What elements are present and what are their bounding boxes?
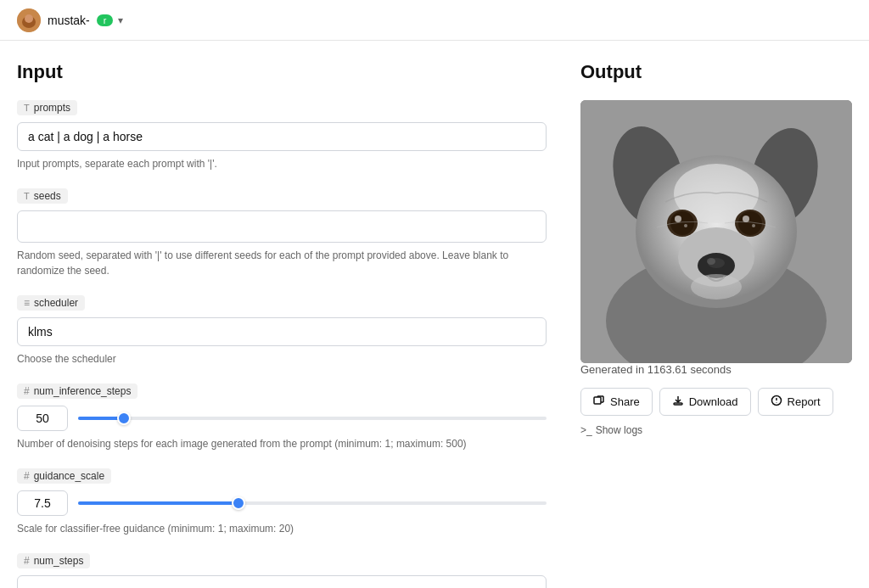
guidance-scale-hint: Scale for classifier-free guidance (mini… xyxy=(17,521,547,536)
generated-time: Generated in 1163.61 seconds xyxy=(580,363,852,376)
chevron-down-icon: ▾ xyxy=(118,14,123,26)
num-inference-steps-value[interactable] xyxy=(17,406,68,431)
header: mustak- r ▾ xyxy=(0,0,869,41)
output-section: Output xyxy=(580,61,852,588)
user-badge: r xyxy=(97,14,114,26)
guidance-scale-slider-wrapper xyxy=(78,495,547,512)
guidance-scale-field-group: # guidance_scale Scale for classifier-fr… xyxy=(17,468,547,536)
guidance-scale-value[interactable] xyxy=(17,490,68,516)
scheduler-label: ≡ scheduler xyxy=(17,295,85,311)
input-section: Input T prompts Input prompts, separate … xyxy=(17,61,547,588)
num-inference-steps-label: # num_inference_steps xyxy=(17,384,137,399)
seeds-type-icon: T xyxy=(24,191,30,201)
prompts-input[interactable] xyxy=(17,122,547,151)
scheduler-eq-icon: ≡ xyxy=(24,297,30,309)
prompts-hint: Input prompts, separate each prompt with… xyxy=(17,156,547,171)
seeds-label: T seeds xyxy=(17,188,68,204)
num-inference-steps-field-group: # num_inference_steps Number of denoisin… xyxy=(17,384,547,451)
scheduler-hint: Choose the scheduler xyxy=(17,351,547,367)
seeds-input[interactable] xyxy=(17,210,547,243)
num-steps-input[interactable] xyxy=(17,575,547,588)
action-buttons: Share Download Report xyxy=(580,388,852,416)
dog-illustration xyxy=(580,100,852,363)
num-inference-steps-hash-icon: # xyxy=(24,385,30,397)
share-label: Share xyxy=(610,395,640,408)
num-steps-field-group: # num_steps xyxy=(17,553,547,588)
guidance-scale-label: # guidance_scale xyxy=(17,468,111,484)
svg-rect-23 xyxy=(674,403,682,405)
scheduler-input[interactable] xyxy=(17,317,547,346)
show-logs-label: Show logs xyxy=(596,424,642,436)
input-title: Input xyxy=(17,61,547,83)
guidance-scale-slider-row xyxy=(17,490,547,516)
svg-point-12 xyxy=(684,224,687,227)
output-image xyxy=(580,100,852,363)
prompts-label: T prompts xyxy=(17,100,77,115)
report-icon xyxy=(771,395,782,409)
seeds-hint: Random seed, separated with '|' to use d… xyxy=(17,248,547,278)
svg-point-21 xyxy=(691,274,742,300)
download-icon xyxy=(672,395,684,409)
num-steps-label-text: num_steps xyxy=(34,555,84,567)
prompts-field-group: T prompts Input prompts, separate each p… xyxy=(17,100,547,171)
share-icon xyxy=(593,395,605,409)
username-text: mustak- xyxy=(48,14,90,27)
num-inference-steps-hint: Number of denoising steps for each image… xyxy=(17,436,547,451)
scheduler-field-group: ≡ scheduler Choose the scheduler xyxy=(17,295,547,367)
share-button[interactable]: Share xyxy=(580,388,653,416)
num-inference-steps-slider-row xyxy=(17,406,547,431)
show-logs-prefix: >_ xyxy=(580,424,592,436)
report-label: Report xyxy=(788,395,821,408)
svg-rect-22 xyxy=(594,397,601,404)
report-button[interactable]: Report xyxy=(758,388,833,416)
svg-point-20 xyxy=(707,258,715,265)
num-steps-label: # num_steps xyxy=(17,553,90,568)
download-button[interactable]: Download xyxy=(659,388,751,416)
num-inference-steps-label-text: num_inference_steps xyxy=(34,385,132,397)
main-layout: Input T prompts Input prompts, separate … xyxy=(0,41,869,588)
header-user[interactable]: mustak- r ▾ xyxy=(48,14,123,27)
prompts-label-text: prompts xyxy=(34,102,70,114)
seeds-label-text: seeds xyxy=(34,190,61,202)
output-title: Output xyxy=(580,61,852,83)
guidance-scale-label-text: guidance_scale xyxy=(34,470,104,482)
seeds-field-group: T seeds Random seed, separated with '|' … xyxy=(17,188,547,278)
svg-point-16 xyxy=(752,224,755,227)
show-logs-button[interactable]: >_ Show logs xyxy=(580,424,852,436)
svg-point-15 xyxy=(743,216,749,222)
header-logo xyxy=(17,8,41,32)
svg-point-11 xyxy=(675,216,681,222)
svg-point-2 xyxy=(25,14,33,23)
guidance-scale-hash-icon: # xyxy=(24,470,30,482)
num-inference-steps-slider-wrapper xyxy=(78,410,547,427)
scheduler-label-text: scheduler xyxy=(34,297,78,309)
prompts-type-icon: T xyxy=(24,103,30,113)
download-label: Download xyxy=(689,395,738,408)
num-steps-hash-icon: # xyxy=(24,555,30,567)
